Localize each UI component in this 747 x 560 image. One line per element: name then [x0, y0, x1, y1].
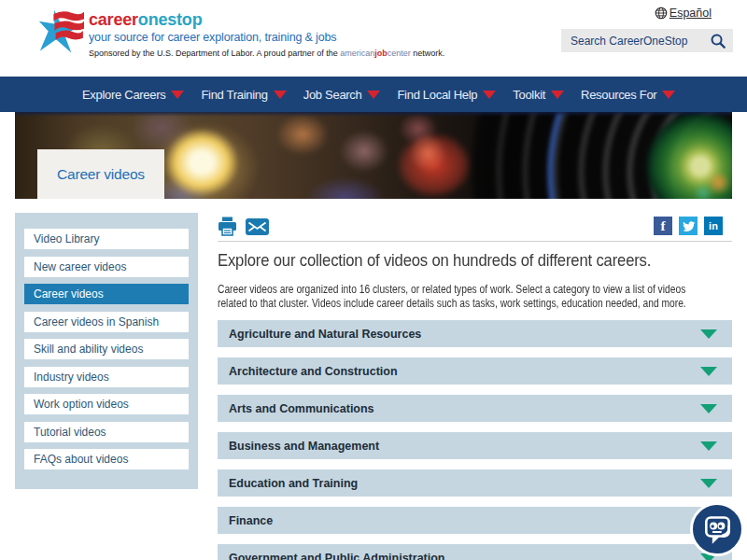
category-accordion: Agriculture and Natural Resources Archit…	[218, 320, 732, 560]
sidebar-item[interactable]: Industry videos	[24, 367, 189, 387]
sidebar-item[interactable]: FAQs about videos	[24, 449, 189, 469]
sidebar-item[interactable]: Career videos	[24, 284, 189, 304]
facebook-icon[interactable]: f	[654, 217, 672, 235]
nav-item[interactable]: Resources For	[581, 88, 675, 102]
category-row[interactable]: Business and Management	[218, 432, 732, 459]
nav-item[interactable]: Job Search	[303, 88, 381, 102]
expand-arrow-icon	[700, 367, 717, 376]
category-row[interactable]: Agriculture and Natural Resources	[218, 320, 732, 347]
twitter-icon[interactable]	[679, 217, 698, 235]
expand-arrow-icon	[700, 329, 717, 339]
hero-banner: Career videos	[15, 112, 732, 199]
dropdown-arrow-icon	[274, 91, 287, 99]
sidebar-item[interactable]: Work option videos	[24, 394, 189, 414]
linkedin-icon[interactable]: in	[704, 217, 723, 235]
logo[interactable]: careeronestop your source for career exp…	[34, 7, 444, 58]
globe-icon	[655, 7, 668, 20]
category-row[interactable]: Finance	[218, 507, 732, 534]
expand-arrow-icon	[700, 479, 717, 488]
divider	[218, 241, 732, 242]
sponsored-text: Sponsored by the U.S. Department of Labo…	[89, 49, 444, 58]
brand-name: careeronestop	[89, 11, 444, 28]
chat-widget-button[interactable]	[690, 502, 744, 556]
logo-text: careeronestop your source for career exp…	[89, 7, 444, 58]
print-icon[interactable]	[218, 217, 237, 236]
tagline: your source for career exploration, trai…	[89, 31, 444, 44]
sidebar: Video LibraryNew career videosCareer vid…	[15, 213, 198, 489]
sidebar-item[interactable]: New career videos	[24, 257, 189, 277]
search-icon	[710, 33, 726, 49]
page-title-tab: Career videos	[37, 149, 164, 199]
expand-arrow-icon	[700, 404, 717, 413]
site-search	[561, 29, 733, 52]
page-heading: Explore our collection of videos on hund…	[218, 250, 747, 271]
page-title: Career videos	[57, 166, 145, 183]
search-input[interactable]	[561, 35, 703, 48]
category-row[interactable]: Architecture and Construction	[218, 357, 732, 385]
expand-arrow-icon	[700, 441, 717, 451]
nav-item[interactable]: Explore Careers	[82, 88, 184, 102]
dropdown-arrow-icon	[551, 91, 564, 99]
category-row[interactable]: Government and Public Administration	[218, 544, 732, 560]
category-row[interactable]: Arts and Communications	[218, 395, 732, 422]
nav-item[interactable]: Find Training	[201, 88, 286, 102]
email-icon[interactable]	[246, 218, 269, 235]
nav-item[interactable]: Toolkit	[513, 88, 564, 102]
sidebar-item[interactable]: Skill and ability videos	[24, 339, 189, 359]
sidebar-item[interactable]: Tutorial videos	[24, 422, 189, 442]
dropdown-arrow-icon	[483, 91, 496, 99]
espanol-link[interactable]: Español	[655, 7, 712, 20]
dropdown-arrow-icon	[171, 91, 184, 99]
dropdown-arrow-icon	[367, 91, 380, 99]
main-nav: Explore CareersFind TrainingJob SearchFi…	[0, 77, 747, 112]
social-links: f in	[654, 217, 723, 235]
nav-item[interactable]: Find Local Help	[397, 88, 496, 102]
logo-star-flag-icon	[34, 7, 84, 57]
intro-paragraph: Career videos are organized into 16 clus…	[218, 283, 747, 310]
search-button[interactable]	[703, 29, 733, 52]
category-row[interactable]: Education and Training	[218, 469, 732, 497]
chatbot-icon	[696, 508, 740, 552]
hero-shade	[15, 112, 732, 117]
sidebar-item[interactable]: Video Library	[24, 229, 189, 249]
page: careeronestop your source for career exp…	[0, 0, 747, 560]
dropdown-arrow-icon	[662, 91, 675, 99]
sidebar-item[interactable]: Career videos in Spanish	[24, 312, 189, 332]
